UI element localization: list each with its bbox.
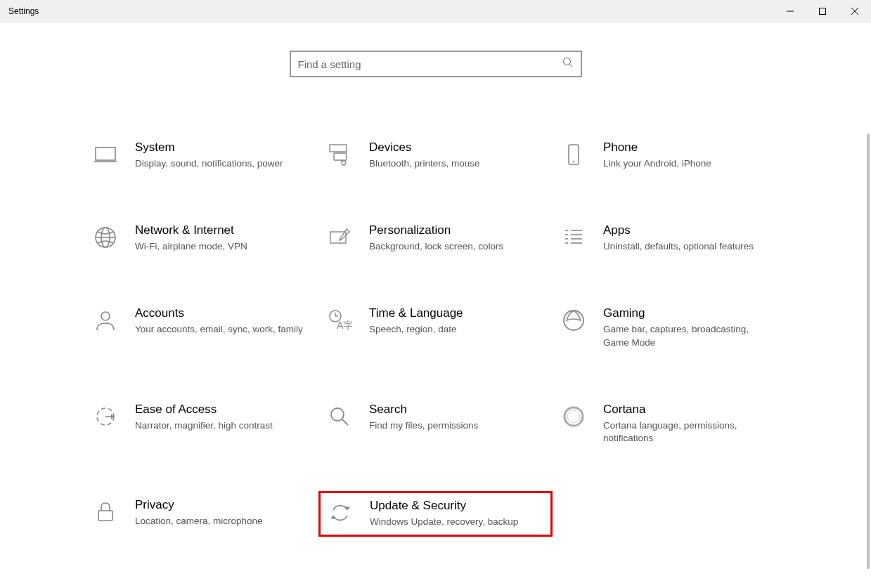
category-text: GamingGame bar, captures, broadcasting, … bbox=[603, 306, 780, 348]
category-text: SystemDisplay, sound, notifications, pow… bbox=[135, 141, 311, 170]
search-input[interactable] bbox=[298, 58, 562, 70]
categories-grid: SystemDisplay, sound, notifications, pow… bbox=[0, 105, 871, 537]
close-button[interactable] bbox=[839, 0, 871, 22]
close-icon bbox=[851, 8, 858, 15]
category-title: Personalization bbox=[369, 223, 537, 237]
svg-marker-42 bbox=[330, 516, 336, 519]
category-desc: Link your Android, iPhone bbox=[603, 157, 771, 170]
cortana-icon bbox=[560, 403, 588, 431]
svg-rect-8 bbox=[330, 145, 347, 152]
category-title: Time & Language bbox=[369, 306, 537, 320]
search-icon bbox=[325, 403, 354, 431]
accounts-icon bbox=[91, 306, 120, 334]
category-text: Update & SecurityWindows Update, recover… bbox=[370, 499, 545, 528]
system-icon bbox=[91, 141, 120, 169]
category-text: AppsUninstall, defaults, optional featur… bbox=[603, 223, 780, 253]
category-desc: Find my files, permissions bbox=[369, 419, 537, 432]
category-title: Gaming bbox=[603, 306, 771, 320]
network-icon bbox=[91, 223, 120, 251]
apps-icon bbox=[560, 223, 588, 251]
svg-rect-9 bbox=[334, 153, 347, 160]
category-ease[interactable]: Ease of AccessNarrator, magnifier, high … bbox=[84, 396, 318, 452]
category-privacy[interactable]: PrivacyLocation, camera, microphone bbox=[84, 491, 318, 536]
category-text: Network & InternetWi-Fi, airplane mode, … bbox=[135, 223, 311, 253]
personalization-icon bbox=[325, 223, 354, 251]
scrollbar[interactable] bbox=[867, 133, 870, 569]
category-title: Cortana bbox=[603, 403, 771, 417]
maximize-icon bbox=[819, 8, 826, 15]
category-desc: Wi-Fi, airplane mode, VPN bbox=[135, 240, 303, 253]
devices-icon bbox=[325, 141, 354, 169]
svg-marker-18 bbox=[340, 229, 349, 240]
privacy-icon bbox=[91, 498, 120, 526]
category-search[interactable]: SearchFind my files, permissions bbox=[318, 396, 553, 452]
category-title: Network & Internet bbox=[135, 223, 303, 237]
category-desc: Windows Update, recovery, backup bbox=[370, 516, 536, 528]
ease-icon bbox=[91, 403, 120, 431]
minimize-icon bbox=[787, 8, 794, 15]
category-accounts[interactable]: AccountsYour accounts, email, sync, work… bbox=[84, 299, 318, 355]
titlebar: Settings bbox=[0, 0, 871, 22]
svg-point-13 bbox=[573, 161, 574, 162]
window-controls bbox=[774, 0, 871, 22]
svg-text:A字: A字 bbox=[337, 320, 352, 331]
maximize-button[interactable] bbox=[806, 0, 839, 22]
svg-rect-1 bbox=[820, 8, 826, 14]
category-desc: Your accounts, email, sync, work, family bbox=[135, 323, 303, 336]
category-network[interactable]: Network & InternetWi-Fi, airplane mode, … bbox=[84, 216, 318, 260]
update-icon bbox=[326, 499, 354, 527]
category-title: Update & Security bbox=[370, 499, 536, 513]
category-text: Time & LanguageSpeech, region, date bbox=[369, 306, 546, 336]
category-desc: Bluetooth, printers, mouse bbox=[369, 157, 537, 170]
category-title: Devices bbox=[369, 141, 537, 155]
svg-line-37 bbox=[342, 419, 348, 425]
category-text: SearchFind my files, permissions bbox=[369, 403, 546, 432]
category-phone[interactable]: PhoneLink your Android, iPhone bbox=[553, 133, 787, 177]
gaming-icon bbox=[560, 306, 588, 334]
svg-point-39 bbox=[567, 410, 580, 423]
category-update[interactable]: Update & SecurityWindows Update, recover… bbox=[318, 491, 553, 536]
category-cortana[interactable]: CortanaCortana language, permissions, no… bbox=[553, 396, 787, 452]
category-desc: Display, sound, notifications, power bbox=[135, 157, 303, 170]
svg-marker-41 bbox=[344, 507, 350, 510]
phone-icon bbox=[560, 141, 588, 169]
svg-rect-40 bbox=[98, 511, 112, 521]
category-title: Search bbox=[369, 403, 537, 417]
category-text: AccountsYour accounts, email, sync, work… bbox=[135, 306, 311, 336]
category-text: DevicesBluetooth, printers, mouse bbox=[369, 141, 546, 170]
category-title: Ease of Access bbox=[135, 403, 303, 417]
category-title: Accounts bbox=[135, 306, 303, 320]
category-desc: Location, camera, microphone bbox=[135, 515, 303, 528]
category-gaming[interactable]: GamingGame bar, captures, broadcasting, … bbox=[553, 299, 787, 355]
category-desc: Background, lock screen, colors bbox=[369, 240, 537, 253]
category-text: CortanaCortana language, permissions, no… bbox=[603, 403, 780, 445]
time-icon: A字 bbox=[325, 306, 354, 334]
svg-point-4 bbox=[563, 58, 570, 65]
category-title: Privacy bbox=[135, 498, 303, 512]
category-personalization[interactable]: PersonalizationBackground, lock screen, … bbox=[318, 216, 553, 260]
category-text: PhoneLink your Android, iPhone bbox=[603, 141, 780, 170]
category-system[interactable]: SystemDisplay, sound, notifications, pow… bbox=[84, 133, 318, 177]
category-desc: Speech, region, date bbox=[369, 323, 537, 336]
svg-line-5 bbox=[569, 65, 572, 67]
category-desc: Uninstall, defaults, optional features bbox=[603, 240, 771, 253]
category-time[interactable]: A字Time & LanguageSpeech, region, date bbox=[318, 299, 553, 355]
category-text: PrivacyLocation, camera, microphone bbox=[135, 498, 311, 528]
category-title: Apps bbox=[603, 223, 771, 237]
category-devices[interactable]: DevicesBluetooth, printers, mouse bbox=[318, 133, 553, 177]
category-title: System bbox=[135, 141, 303, 155]
category-desc: Narrator, magnifier, high contrast bbox=[135, 419, 303, 432]
svg-rect-6 bbox=[96, 148, 115, 160]
category-desc: Game bar, captures, broadcasting, Game M… bbox=[603, 323, 771, 348]
search-box[interactable] bbox=[290, 51, 582, 77]
window-title: Settings bbox=[8, 6, 39, 16]
search-area bbox=[0, 22, 871, 105]
category-apps[interactable]: AppsUninstall, defaults, optional featur… bbox=[553, 216, 787, 260]
svg-point-27 bbox=[101, 312, 110, 320]
category-desc: Cortana language, permissions, notificat… bbox=[603, 419, 771, 445]
category-text: PersonalizationBackground, lock screen, … bbox=[369, 223, 546, 253]
minimize-button[interactable] bbox=[774, 0, 806, 22]
svg-point-36 bbox=[331, 408, 344, 421]
category-text: Ease of AccessNarrator, magnifier, high … bbox=[135, 403, 311, 432]
search-icon bbox=[562, 57, 574, 71]
